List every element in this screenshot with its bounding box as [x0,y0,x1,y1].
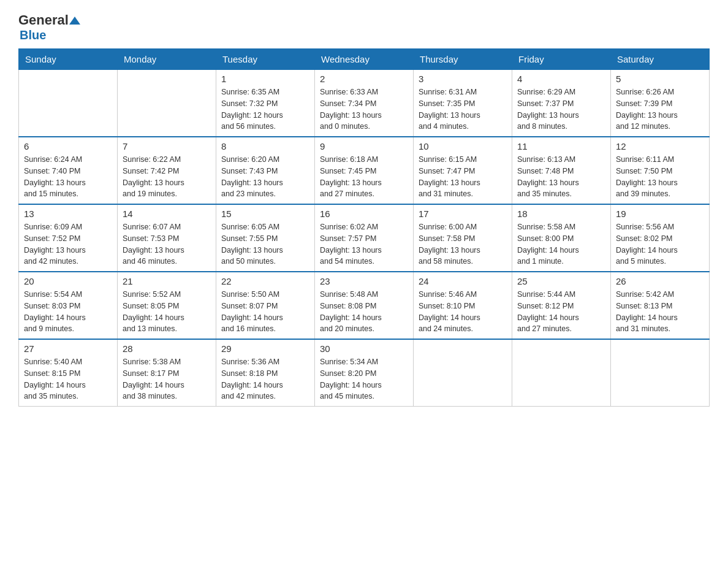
day-number: 1 [221,74,309,84]
day-info: Sunrise: 6:26 AM Sunset: 7:39 PM Dayligh… [616,86,704,132]
day-info: Sunrise: 5:50 AM Sunset: 8:07 PM Dayligh… [221,289,309,335]
calendar-week-row: 13Sunrise: 6:09 AM Sunset: 7:52 PM Dayli… [19,204,710,272]
day-info: Sunrise: 5:36 AM Sunset: 8:18 PM Dayligh… [221,356,309,402]
day-number: 29 [221,343,309,354]
day-info: Sunrise: 6:20 AM Sunset: 7:43 PM Dayligh… [221,154,309,200]
calendar-day-cell [19,70,118,137]
calendar-week-row: 20Sunrise: 5:54 AM Sunset: 8:03 PM Dayli… [19,272,710,339]
day-number: 20 [24,276,112,286]
calendar-day-cell: 8Sunrise: 6:20 AM Sunset: 7:43 PM Daylig… [216,137,315,204]
calendar-week-row: 1Sunrise: 6:35 AM Sunset: 7:32 PM Daylig… [19,70,710,137]
day-number: 22 [221,276,309,286]
logo-triangle-icon [69,17,80,25]
calendar-day-cell: 15Sunrise: 6:05 AM Sunset: 7:55 PM Dayli… [216,204,315,272]
calendar-day-cell: 10Sunrise: 6:15 AM Sunset: 7:47 PM Dayli… [414,137,512,204]
page-header: General Blue [18,12,710,42]
calendar-day-cell [118,70,216,137]
calendar-table: SundayMondayTuesdayWednesdayThursdayFrid… [18,48,710,407]
day-number: 9 [320,141,408,151]
calendar-day-cell: 29Sunrise: 5:36 AM Sunset: 8:18 PM Dayli… [216,339,315,407]
logo-general: General [18,12,69,28]
calendar-day-cell: 7Sunrise: 6:22 AM Sunset: 7:42 PM Daylig… [118,137,216,204]
day-number: 14 [123,209,211,219]
calendar-day-cell [611,339,710,407]
day-number: 23 [320,276,408,286]
day-info: Sunrise: 6:02 AM Sunset: 7:57 PM Dayligh… [320,221,408,267]
day-number: 6 [24,141,112,151]
day-info: Sunrise: 6:29 AM Sunset: 7:37 PM Dayligh… [517,86,605,132]
calendar-day-header: Wednesday [315,49,414,70]
day-number: 13 [24,209,112,219]
calendar-day-cell [414,339,512,407]
day-number: 16 [320,209,408,219]
day-info: Sunrise: 5:52 AM Sunset: 8:05 PM Dayligh… [123,289,211,335]
day-info: Sunrise: 6:33 AM Sunset: 7:34 PM Dayligh… [320,86,408,132]
day-info: Sunrise: 5:48 AM Sunset: 8:08 PM Dayligh… [320,289,408,335]
day-info: Sunrise: 6:09 AM Sunset: 7:52 PM Dayligh… [24,221,112,267]
calendar-day-cell: 24Sunrise: 5:46 AM Sunset: 8:10 PM Dayli… [414,272,512,339]
calendar-week-row: 6Sunrise: 6:24 AM Sunset: 7:40 PM Daylig… [19,137,710,204]
logo-wordmark: General [18,12,81,28]
day-info: Sunrise: 6:11 AM Sunset: 7:50 PM Dayligh… [616,154,704,200]
calendar-day-cell: 19Sunrise: 5:56 AM Sunset: 8:02 PM Dayli… [611,204,710,272]
day-number: 21 [123,276,211,286]
day-number: 15 [221,209,309,219]
day-number: 10 [419,141,507,151]
day-info: Sunrise: 5:46 AM Sunset: 8:10 PM Dayligh… [419,289,507,335]
day-info: Sunrise: 6:00 AM Sunset: 7:58 PM Dayligh… [419,221,507,267]
calendar-day-cell: 27Sunrise: 5:40 AM Sunset: 8:15 PM Dayli… [19,339,118,407]
logo: General Blue [18,12,81,42]
day-info: Sunrise: 5:54 AM Sunset: 8:03 PM Dayligh… [24,289,112,335]
day-number: 28 [123,343,211,354]
calendar-day-cell: 1Sunrise: 6:35 AM Sunset: 7:32 PM Daylig… [216,70,315,137]
calendar-day-header: Monday [118,49,216,70]
day-number: 24 [419,276,507,286]
day-info: Sunrise: 6:35 AM Sunset: 7:32 PM Dayligh… [221,86,309,132]
calendar-day-cell: 12Sunrise: 6:11 AM Sunset: 7:50 PM Dayli… [611,137,710,204]
day-info: Sunrise: 5:40 AM Sunset: 8:15 PM Dayligh… [24,356,112,402]
day-info: Sunrise: 5:38 AM Sunset: 8:17 PM Dayligh… [123,356,211,402]
day-info: Sunrise: 5:58 AM Sunset: 8:00 PM Dayligh… [517,221,605,267]
day-info: Sunrise: 5:56 AM Sunset: 8:02 PM Dayligh… [616,221,704,267]
day-number: 18 [517,209,605,219]
calendar-day-cell: 17Sunrise: 6:00 AM Sunset: 7:58 PM Dayli… [414,204,512,272]
calendar-day-cell: 18Sunrise: 5:58 AM Sunset: 8:00 PM Dayli… [512,204,611,272]
day-number: 12 [616,141,704,151]
day-info: Sunrise: 6:22 AM Sunset: 7:42 PM Dayligh… [123,154,211,200]
day-info: Sunrise: 5:42 AM Sunset: 8:13 PM Dayligh… [616,289,704,335]
day-number: 7 [123,141,211,151]
day-info: Sunrise: 6:24 AM Sunset: 7:40 PM Dayligh… [24,154,112,200]
calendar-day-cell: 2Sunrise: 6:33 AM Sunset: 7:34 PM Daylig… [315,70,414,137]
day-info: Sunrise: 6:15 AM Sunset: 7:47 PM Dayligh… [419,154,507,200]
day-number: 5 [616,74,704,84]
day-info: Sunrise: 6:31 AM Sunset: 7:35 PM Dayligh… [419,86,507,132]
day-number: 3 [419,74,507,84]
calendar-day-cell: 9Sunrise: 6:18 AM Sunset: 7:45 PM Daylig… [315,137,414,204]
day-info: Sunrise: 5:34 AM Sunset: 8:20 PM Dayligh… [320,356,408,402]
day-info: Sunrise: 6:05 AM Sunset: 7:55 PM Dayligh… [221,221,309,267]
calendar-day-cell: 20Sunrise: 5:54 AM Sunset: 8:03 PM Dayli… [19,272,118,339]
day-info: Sunrise: 6:18 AM Sunset: 7:45 PM Dayligh… [320,154,408,200]
calendar-day-cell [512,339,611,407]
day-number: 30 [320,343,408,354]
day-number: 11 [517,141,605,151]
calendar-day-cell: 6Sunrise: 6:24 AM Sunset: 7:40 PM Daylig… [19,137,118,204]
day-number: 19 [616,209,704,219]
day-info: Sunrise: 6:13 AM Sunset: 7:48 PM Dayligh… [517,154,605,200]
day-info: Sunrise: 6:07 AM Sunset: 7:53 PM Dayligh… [123,221,211,267]
calendar-day-cell: 28Sunrise: 5:38 AM Sunset: 8:17 PM Dayli… [118,339,216,407]
day-info: Sunrise: 5:44 AM Sunset: 8:12 PM Dayligh… [517,289,605,335]
calendar-week-row: 27Sunrise: 5:40 AM Sunset: 8:15 PM Dayli… [19,339,710,407]
calendar-day-cell: 11Sunrise: 6:13 AM Sunset: 7:48 PM Dayli… [512,137,611,204]
day-number: 4 [517,74,605,84]
calendar-day-header: Friday [512,49,611,70]
calendar-day-header: Saturday [611,49,710,70]
day-number: 26 [616,276,704,286]
day-number: 8 [221,141,309,151]
day-number: 27 [24,343,112,354]
day-number: 25 [517,276,605,286]
calendar-day-cell: 26Sunrise: 5:42 AM Sunset: 8:13 PM Dayli… [611,272,710,339]
calendar-header-row: SundayMondayTuesdayWednesdayThursdayFrid… [19,49,710,70]
calendar-day-cell: 22Sunrise: 5:50 AM Sunset: 8:07 PM Dayli… [216,272,315,339]
calendar-day-cell: 5Sunrise: 6:26 AM Sunset: 7:39 PM Daylig… [611,70,710,137]
